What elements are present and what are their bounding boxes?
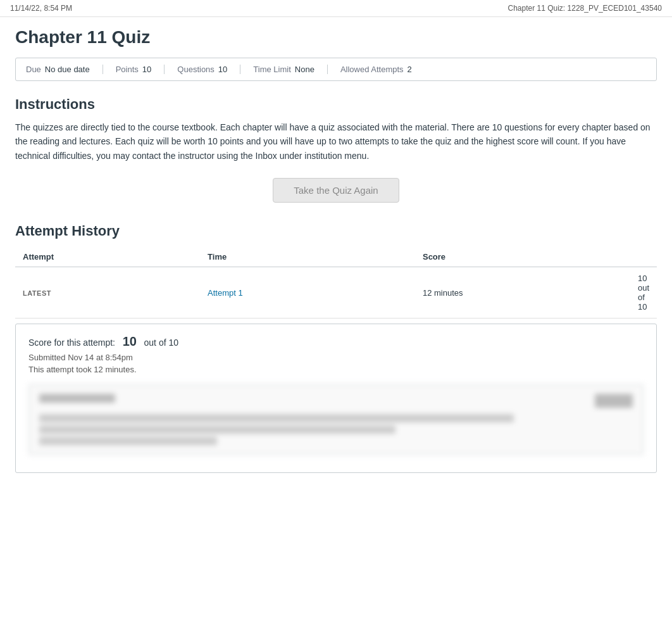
points-value: 10 (142, 65, 151, 74)
score-label: Score for this attempt: (28, 337, 115, 348)
submitted-line: Submitted Nov 14 at 8:54pm (28, 353, 644, 362)
take-quiz-button[interactable]: Take the Quiz Again (273, 178, 399, 203)
blurred-body-3 (39, 437, 217, 445)
due-label: Due (26, 65, 41, 74)
allowed-attempts-label: Allowed Attempts (340, 65, 404, 74)
latest-badge: LATEST (23, 289, 51, 297)
time-limit-label: Time Limit (253, 65, 290, 74)
attempt-table: Attempt Time Score LATEST Attempt 1 12 m… (15, 247, 657, 318)
attempt-score-cell: 10 out of 10 (630, 267, 657, 318)
meta-time-limit: Time Limit None (240, 65, 328, 74)
questions-value: 10 (218, 65, 227, 74)
blurred-question-1 (28, 384, 644, 455)
breadcrumb: Chapter 11 Quiz: 1228_PV_ECED101_43540 (507, 4, 662, 13)
score-out-of: out of 10 (144, 337, 179, 348)
attempt-history-title: Attempt History (15, 223, 657, 239)
blurred-body-2 (39, 426, 395, 434)
instructions-section: Instructions The quizzes are directly ti… (15, 96, 657, 163)
table-row: LATEST Attempt 1 12 minutes 10 out of 10 (15, 267, 657, 318)
blurred-question-header (39, 394, 633, 408)
timestamp: 11/14/22, 8:54 PM (10, 4, 72, 13)
instructions-title: Instructions (15, 96, 657, 113)
col-header-score: Score (415, 247, 630, 267)
page-title: Chapter 11 Quiz (15, 27, 657, 47)
meta-allowed-attempts: Allowed Attempts 2 (328, 65, 425, 74)
score-line: Score for this attempt: 10 out of 10 (28, 334, 644, 349)
meta-points: Points 10 (103, 65, 165, 74)
quiz-meta-bar: Due No due date Points 10 Questions 10 T… (15, 58, 657, 81)
attempt-time-cell: 12 minutes (415, 267, 630, 318)
meta-questions: Questions 10 (165, 65, 240, 74)
score-number: 10 (123, 334, 137, 348)
latest-badge-cell: LATEST (15, 267, 200, 318)
allowed-attempts-value: 2 (408, 65, 412, 74)
attempt-link-cell: Attempt 1 (200, 267, 415, 318)
blurred-score (595, 394, 633, 408)
blurred-body-1 (39, 414, 514, 422)
col-header-time: Time (200, 247, 415, 267)
due-value: No due date (45, 65, 90, 74)
instructions-body: The quizzes are directly tied to the cou… (15, 120, 657, 163)
points-label: Points (116, 65, 139, 74)
time-limit-value: None (295, 65, 314, 74)
blurred-question-label (39, 394, 115, 403)
attempt-details-box: Score for this attempt: 10 out of 10 Sub… (15, 324, 657, 473)
attempt-1-link[interactable]: Attempt 1 (208, 288, 243, 298)
blurred-content (28, 384, 644, 455)
questions-label: Questions (177, 65, 215, 74)
col-header-attempt: Attempt (15, 247, 200, 267)
take-quiz-btn-container: Take the Quiz Again (15, 178, 657, 203)
attempt-history-section: Attempt History Attempt Time Score LATES… (15, 223, 657, 473)
duration-line: This attempt took 12 minutes. (28, 365, 644, 374)
meta-due: Due No due date (26, 65, 103, 74)
